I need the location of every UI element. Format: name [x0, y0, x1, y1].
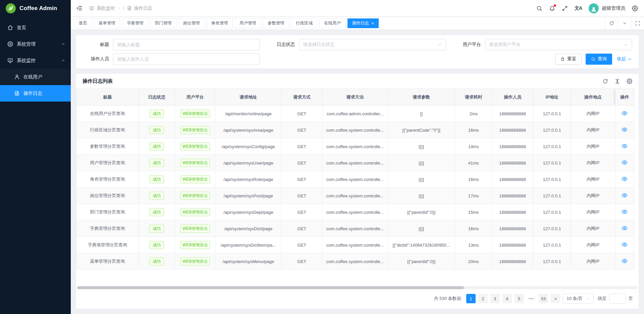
table-cell: [{}] [388, 155, 455, 171]
tab-2[interactable]: 字典管理 [122, 18, 148, 28]
table-cell: 18888888888 [492, 155, 533, 171]
chevron-down-icon [117, 6, 121, 10]
table-cell: /api/system/sysConfig/page [215, 138, 281, 155]
page-button[interactable]: 4 [502, 294, 512, 303]
table-cell: 部门管理分页查询 [76, 204, 139, 221]
sidebar-item-operation-log[interactable]: 操作日志 [0, 85, 71, 102]
tab-0[interactable]: 首页 [74, 18, 92, 28]
view-detail-eye-icon[interactable] [622, 209, 628, 215]
sidebar-item-home[interactable]: 首页 [0, 19, 71, 36]
jump-page-input[interactable] [609, 294, 626, 304]
tab-10[interactable]: 操作日志× [347, 18, 379, 28]
table-cell: [{}] [388, 138, 455, 155]
page-button[interactable]: 5 [515, 294, 524, 303]
user-platform-field: 用户平台 请选择用户平台 [455, 39, 632, 50]
view-detail-eye-icon[interactable] [622, 225, 628, 231]
table-cell: /api/monitor/online/page [215, 106, 281, 122]
log-icon [14, 90, 20, 96]
tab-9[interactable]: 在线用户 [319, 18, 345, 28]
settings-gear-icon[interactable] [632, 5, 638, 11]
table-cell: 127.0.0.1 [533, 221, 571, 237]
query-button[interactable]: 查询 [586, 54, 612, 65]
operator-input[interactable] [117, 57, 256, 62]
table-title: 操作日志列表 [83, 78, 113, 84]
user-menu[interactable]: 超级管理员 [589, 3, 625, 13]
table-cell: 18888888888 [492, 138, 533, 155]
close-icon[interactable]: × [371, 21, 374, 25]
trash-icon [560, 57, 565, 61]
scrollbar-thumb[interactable] [77, 286, 464, 289]
table-row: 菜单管理分页查询成功WEB管理后台/api/system/sysMenu/pag… [76, 253, 634, 270]
view-detail-eye-icon[interactable] [622, 127, 628, 133]
page-button[interactable]: 1 [466, 294, 476, 303]
maximize-icon[interactable] [631, 17, 644, 29]
page-size-select[interactable]: 10 条/页 [563, 294, 594, 304]
table-cell: com.coffee.system.controlle... [322, 138, 388, 155]
tab-7[interactable]: 参数管理 [263, 18, 289, 28]
view-detail-eye-icon[interactable] [622, 110, 628, 116]
sidebar-item-online-users[interactable]: 在线用户 [0, 69, 71, 85]
view-detail-eye-icon[interactable] [622, 176, 628, 182]
table-row: 部门管理分页查询成功WEB管理后台/api/system/sysDept/pag… [76, 204, 634, 221]
page-button[interactable]: 53 [539, 294, 548, 303]
reset-button[interactable]: 重置 [555, 54, 582, 65]
logo: Coffee Admin [0, 0, 71, 17]
tab-6[interactable]: 用户管理 [235, 18, 261, 28]
avatar [589, 3, 599, 13]
log-status-select[interactable]: 请选择日志状态 [299, 39, 446, 50]
column-settings-gear-icon[interactable] [627, 78, 632, 84]
table-cell: 内网IP [571, 204, 615, 221]
title-input[interactable] [117, 42, 256, 47]
refresh-icon[interactable] [602, 78, 608, 84]
column-header: 请求方法 [322, 89, 388, 106]
menu-fold-icon[interactable] [76, 5, 83, 11]
next-page-button[interactable]: > [551, 294, 560, 303]
view-detail-eye-icon[interactable] [622, 258, 628, 264]
user-platform-label: 用户平台 [455, 42, 481, 48]
tab-5[interactable]: 角色管理 [207, 18, 233, 28]
table-cell: GET [281, 188, 322, 204]
breadcrumb-parent[interactable]: 系统监控 [97, 5, 115, 11]
page-ellipsis: ••• [527, 294, 536, 303]
row-height-icon[interactable] [614, 78, 620, 84]
table-cell: /api/system/sysDict/page [215, 221, 281, 237]
table-row: 字典项管理分页查询成功WEB管理后台/api/system/sysDictIte… [76, 237, 634, 253]
table-empty-space [76, 270, 639, 286]
table-cell: 内网IP [571, 188, 615, 204]
status-badge: 成功 [149, 192, 164, 200]
view-detail-eye-icon[interactable] [622, 143, 628, 149]
column-header: 请求方式 [281, 89, 322, 106]
table-row: 角色管理分页查询成功WEB管理后台/api/system/sysRole/pag… [76, 171, 634, 188]
view-detail-eye-icon[interactable] [622, 160, 628, 166]
fullscreen-icon[interactable] [562, 5, 568, 11]
tab-1[interactable]: 菜单管理 [94, 18, 120, 28]
user-platform-select[interactable]: 请选择用户平台 [485, 39, 632, 50]
form-actions: 重置 查询 收起 [269, 53, 632, 65]
table-cell: 行政区域分页查询 [76, 122, 139, 138]
tab-3[interactable]: 部门管理 [150, 18, 176, 28]
tab-8[interactable]: 行政区域 [291, 18, 317, 28]
table-cell: GET [281, 155, 322, 171]
view-detail-eye-icon[interactable] [622, 192, 628, 198]
table-cell: GET [281, 171, 322, 188]
collapse-link[interactable]: 收起 [617, 56, 632, 62]
platform-badge: WEB管理后台 [180, 110, 210, 118]
page-button[interactable]: 2 [478, 294, 488, 303]
column-header: IP地址 [533, 89, 571, 106]
translate-icon[interactable]: 文A [575, 5, 582, 11]
tab-options-chevron-icon[interactable] [618, 17, 631, 29]
view-detail-eye-icon[interactable] [622, 242, 628, 248]
table-cell: /api/system/sysDept/page [215, 204, 281, 221]
status-badge: 成功 [149, 241, 164, 249]
search-icon[interactable] [536, 5, 542, 11]
sidebar-item-system-monitor[interactable]: 系统监控 [0, 52, 71, 69]
tab-4[interactable]: 岗位管理 [178, 18, 205, 28]
sidebar-item-system-management[interactable]: 系统管理 [0, 36, 71, 52]
table-row: 用户管理分页查询成功WEB管理后台/api/system/sysUser/pag… [76, 155, 634, 171]
refresh-icon[interactable] [605, 17, 618, 29]
jump-suffix: 页 [629, 296, 633, 302]
chevron-down-icon [586, 297, 590, 301]
notification-bell-icon[interactable] [549, 5, 555, 11]
page-button[interactable]: 3 [490, 294, 500, 303]
table-row: 字典管理分页查询成功WEB管理后台/api/system/sysDict/pag… [76, 221, 634, 237]
